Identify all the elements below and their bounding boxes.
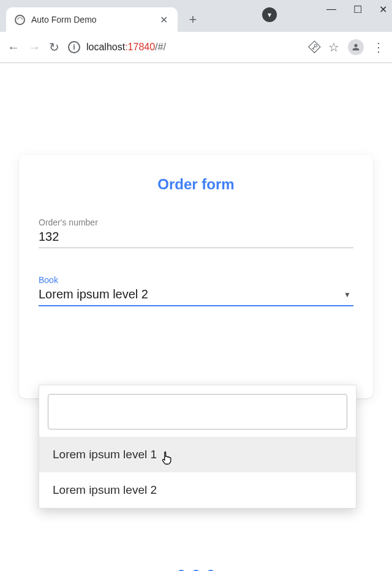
url-host: localhost	[86, 42, 125, 52]
close-window-button[interactable]: ✕	[379, 4, 387, 15]
url: localhost:17840/#/	[86, 42, 166, 53]
browser-chrome: Auto Form Demo ✕ + — ☐ ✕ ← → ↻ i localho…	[0, 0, 392, 63]
browser-menu-button[interactable]: ⋮	[372, 40, 385, 55]
close-tab-icon[interactable]: ✕	[157, 13, 170, 27]
dropdown-option-0[interactable]: Lorem ipsum level 1	[39, 437, 356, 472]
extension-icon[interactable]	[262, 7, 277, 22]
form-title: Order form	[39, 176, 353, 193]
url-path: /#/	[155, 42, 166, 52]
titlebar: Auto Form Demo ✕ + — ☐ ✕	[0, 0, 392, 32]
profile-avatar[interactable]	[348, 39, 364, 55]
book-field: Book Lorem ipsum level 2 ▼	[39, 275, 353, 306]
minimize-button[interactable]: —	[326, 4, 336, 15]
new-tab-button[interactable]: +	[184, 10, 202, 29]
browser-tab[interactable]: Auto Form Demo ✕	[6, 7, 178, 32]
order-number-field: Order's number 132	[39, 217, 353, 248]
order-number-input[interactable]: 132	[39, 227, 353, 248]
tab-title: Auto Form Demo	[31, 15, 151, 25]
dropdown-search-input[interactable]	[48, 394, 347, 429]
bookmark-star-icon[interactable]: ☆	[328, 40, 339, 55]
maximize-button[interactable]: ☐	[353, 4, 362, 15]
order-form-card: Order form Order's number 132 Book Lorem…	[19, 155, 373, 398]
dropdown-option-1[interactable]: Lorem ipsum level 2	[39, 472, 356, 508]
url-port: :17840	[125, 42, 155, 52]
reload-button[interactable]: ↻	[49, 40, 59, 55]
page-content: Order form Order's number 132 Book Lorem…	[0, 63, 392, 398]
order-number-label: Order's number	[39, 217, 353, 227]
cursor-hand-icon	[161, 450, 173, 469]
site-info-icon[interactable]: i	[68, 41, 80, 53]
address-bar[interactable]: i localhost:17840/#/	[68, 41, 300, 53]
password-key-icon[interactable]: ⚿	[306, 39, 323, 56]
book-dropdown: Lorem ipsum level 1 Lorem ipsum level 2	[39, 385, 356, 509]
globe-icon	[15, 15, 25, 25]
book-select[interactable]: Lorem ipsum level 2 ▼	[39, 285, 353, 306]
chevron-down-icon: ▼	[344, 290, 351, 299]
person-icon	[351, 42, 361, 52]
forward-button: →	[28, 40, 40, 55]
book-label: Book	[39, 275, 353, 285]
window-controls: — ☐ ✕	[326, 4, 387, 15]
back-button[interactable]: ←	[7, 40, 20, 55]
browser-toolbar: ← → ↻ i localhost:17840/#/ ⚿ ☆ ⋮	[0, 32, 392, 62]
